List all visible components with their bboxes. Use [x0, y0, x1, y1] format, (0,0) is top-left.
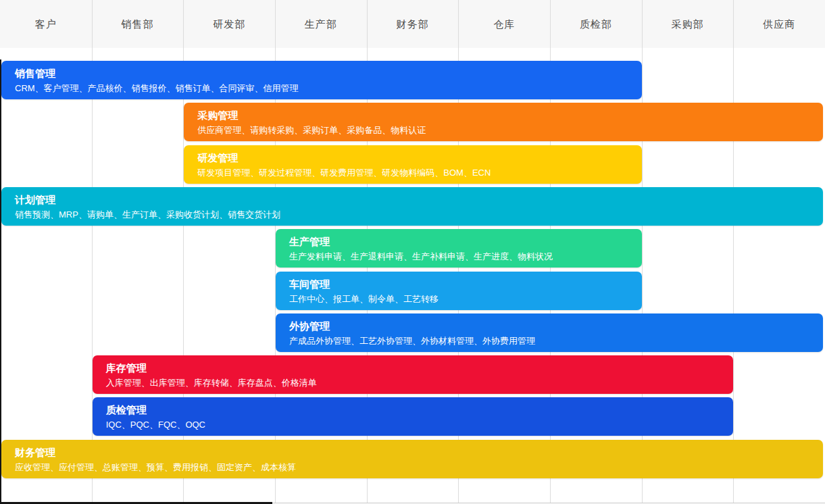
module-title: 库存管理: [106, 361, 727, 375]
column-header-0: 客户: [0, 0, 92, 48]
module-title: 财务管理: [15, 446, 816, 459]
module-items: 工作中心、报工单、制令单、工艺转移: [289, 293, 635, 305]
module-bar-purchasing-management[interactable]: 采购管理供应商管理、请购转采购、采购订单、采购备品、物料认证: [184, 103, 823, 141]
module-title: 外协管理: [289, 320, 816, 333]
column-header-1: 销售部: [92, 0, 184, 48]
column-header-5: 仓库: [458, 0, 550, 48]
module-bar-workshop-management[interactable]: 车间管理工作中心、报工单、制令单、工艺转移: [276, 272, 642, 310]
module-title: 销售管理: [15, 67, 635, 80]
column-header-7: 采购部: [642, 0, 734, 48]
module-items: 入库管理、出库管理、库存转储、库存盘点、价格清单: [106, 376, 727, 389]
module-items: 应收管理、应付管理、总账管理、预算、费用报销、固定资产、成本核算: [15, 461, 816, 474]
module-title: 采购管理: [197, 109, 816, 122]
vertical-scrollbar-thumb[interactable]: [0, 59, 1, 504]
column-header-8: 供应商: [733, 0, 825, 48]
module-bar-sales-management[interactable]: 销售管理CRM、客户管理、产品核价、销售报价、销售订单、合同评审、信用管理: [1, 61, 642, 99]
column-header-3: 生产部: [275, 0, 367, 48]
module-title: 车间管理: [289, 278, 635, 291]
module-bar-production-management[interactable]: 生产管理生产发料申请、生产退料申请、生产补料申请、生产进度、物料状况: [276, 229, 642, 268]
column-header-4: 财务部: [367, 0, 459, 48]
module-title: 研发管理: [197, 151, 634, 165]
module-bar-inventory-management[interactable]: 库存管理入库管理、出库管理、库存转储、库存盘点、价格清单: [93, 355, 734, 394]
module-items: 生产发料申请、生产退料申请、生产补料申请、生产进度、物料状况: [289, 250, 635, 263]
module-items: 销售预测、MRP、请购单、生产订单、采购收货计划、销售交货计划: [15, 208, 816, 221]
column-header-2: 研发部: [183, 0, 275, 48]
module-bar-outsourcing-management[interactable]: 外协管理产成品外协管理、工艺外协管理、外协材料管理、外协费用管理: [276, 313, 823, 352]
module-title: 质检管理: [106, 403, 727, 417]
module-title: 生产管理: [289, 235, 635, 249]
column-gridline: [733, 0, 734, 503]
module-title: 计划管理: [15, 193, 816, 207]
module-bar-planning-management[interactable]: 计划管理销售预测、MRP、请购单、生产订单、采购收货计划、销售交货计划: [1, 187, 823, 226]
module-bar-finance-management[interactable]: 财务管理应收管理、应付管理、总账管理、预算、费用报销、固定资产、成本核算: [1, 440, 823, 478]
column-header-6: 质检部: [550, 0, 642, 48]
module-items: 研发项目管理、研发过程管理、研发费用管理、研发物料编码、BOM、ECN: [197, 166, 634, 179]
module-items: 供应商管理、请购转采购、采购订单、采购备品、物料认证: [197, 124, 816, 136]
module-items: CRM、客户管理、产品核价、销售报价、销售订单、合同评审、信用管理: [15, 82, 635, 95]
module-items: IQC、PQC、FQC、OQC: [106, 418, 727, 431]
module-bar-quality-management[interactable]: 质检管理IQC、PQC、FQC、OQC: [93, 397, 734, 436]
erp-swimlane-diagram: 客户销售部研发部生产部财务部仓库质检部采购部供应商 销售管理CRM、客户管理、产…: [0, 0, 825, 504]
module-bar-rd-management[interactable]: 研发管理研发项目管理、研发过程管理、研发费用管理、研发物料编码、BOM、ECN: [184, 145, 641, 184]
module-items: 产成品外协管理、工艺外协管理、外协材料管理、外协费用管理: [289, 334, 816, 347]
